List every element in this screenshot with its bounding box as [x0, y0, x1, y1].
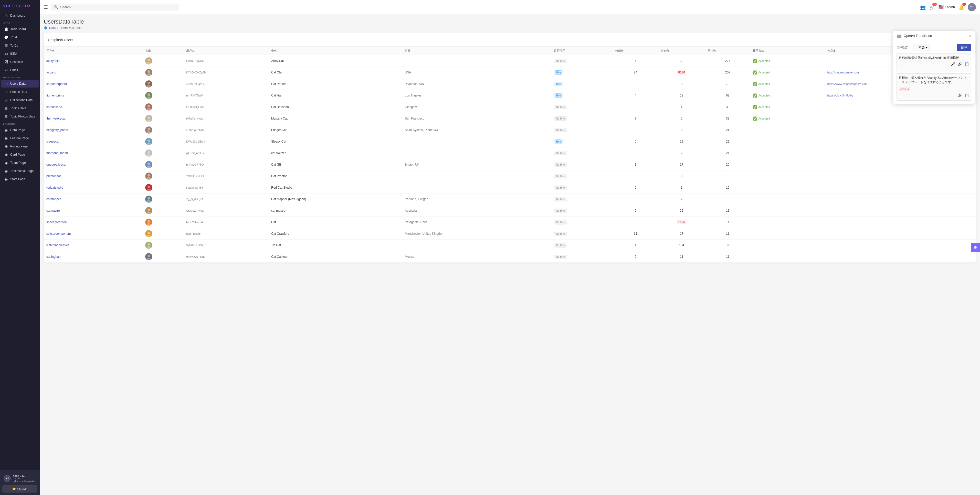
search-input-topbar[interactable]	[60, 5, 176, 9]
username-link[interactable]: prestoncat	[46, 174, 61, 178]
copy-icon-input[interactable]: 📋	[965, 62, 969, 66]
cell-likes: 0	[658, 170, 705, 182]
username-link[interactable]: morgana_moon	[46, 151, 68, 155]
section-label-landing: LANDING	[0, 121, 40, 126]
sidebar-item-ikea[interactable]: 🏷 IKEA	[1, 50, 39, 57]
table-title: Unsplash Users	[48, 38, 73, 42]
username-link[interactable]: figmentprints	[46, 94, 64, 97]
page-content: UsersDataTable 🔷 Data / UsersDataTable U…	[40, 14, 980, 495]
cart-button[interactable]: 🛒 33	[929, 4, 935, 10]
cell-userid: JCmn-ZOgsEQ	[184, 78, 269, 90]
output-tag-row: error ×	[899, 86, 969, 91]
cell-photos: 62	[705, 90, 750, 102]
sidebar-item-users-data[interactable]: ⊞ Users Data	[1, 80, 39, 87]
username-link[interactable]: catbassano	[46, 105, 62, 109]
cell-photos: 22	[705, 136, 750, 148]
username-link[interactable]: catmapper	[46, 197, 61, 201]
sidebar-item-team-page[interactable]: ◉ Team Page	[1, 159, 39, 167]
username-link[interactable]: catmastro	[46, 209, 60, 213]
cell-avatar	[143, 159, 184, 170]
sidebar-item-topic-photos-data[interactable]: ⊞ Topic Photos Data	[1, 113, 39, 120]
translation-input-area: 目标创造最优秀的vuetify3的Admin 开源模板 🎤 🔊 📋	[897, 54, 971, 71]
username-link[interactable]: spacegreentea	[46, 221, 67, 224]
cell-hire: Hire	[551, 67, 613, 78]
star-me-button[interactable]: ⭐ Star-Me	[3, 485, 37, 492]
avatar	[145, 161, 153, 168]
sidebar-item-chat[interactable]: 💬 Chat	[1, 33, 39, 41]
cell-portfolio	[825, 240, 976, 251]
cell-username: catbassano	[44, 102, 143, 113]
sidebar-item-testimonial-page[interactable]: ◉ Testimonial Page	[1, 167, 39, 175]
cell-userid: OB0jyGQF8J0	[184, 102, 269, 113]
volume-icon-input[interactable]: 🔊	[958, 62, 962, 66]
sidebar-item-email[interactable]: ✉ Email	[1, 66, 39, 74]
notification-button[interactable]: 🔔 2	[958, 4, 964, 10]
cell-hire: Hire	[551, 90, 613, 102]
cell-location: Manchester, United Kingdom	[402, 228, 551, 240]
translation-panel: 🤖 OpenAi Translation × 目标语言： 日本語 ▾ 翻译 目标…	[893, 31, 975, 104]
col-location: 位置	[402, 47, 551, 55]
menu-toggle-button[interactable]: ☰	[44, 4, 48, 10]
volume-icon-output[interactable]: 🔊	[958, 93, 962, 97]
username-link[interactable]: icatchingcreative	[46, 243, 69, 247]
cell-avatar	[143, 55, 184, 67]
cell-hire: No Hire	[551, 102, 613, 113]
sidebar-item-topics-data[interactable]: ⊞ Topics Data	[1, 105, 39, 112]
sidebar-item-dashboard[interactable]: ⊞ Dashboard	[1, 12, 39, 19]
contacts-button[interactable]: 👥	[920, 4, 926, 10]
cell-favorites: 0	[613, 217, 658, 228]
cell-photos: 11	[705, 205, 750, 217]
topbar-search-box[interactable]: 🔍	[51, 3, 179, 11]
lang-label: 目标语言：	[897, 46, 911, 49]
cell-favorites: 0	[613, 194, 658, 205]
sidebar-item-hero-page[interactable]: ◉ Hero Page	[1, 126, 39, 134]
table-row: figmentprints m--RIN76btMCat HanLos Ange…	[44, 90, 976, 102]
username-link[interactable]: sleepycat	[46, 140, 59, 143]
settings-icon: ⚙	[974, 245, 977, 250]
cell-avatar	[143, 148, 184, 159]
cell-username: themysterycat	[44, 113, 143, 124]
cell-userid: HaLnbdjuY5Y	[184, 182, 269, 194]
sidebar-item-pricing-page[interactable]: ◉ Pricing Page	[1, 143, 39, 150]
output-error-tag: error ×	[899, 87, 910, 91]
copy-icon-output[interactable]: 📋	[965, 93, 969, 97]
translation-close-button[interactable]: ×	[969, 33, 971, 38]
mic-icon[interactable]: 🎤	[951, 62, 955, 66]
user-avatar-topbar[interactable]: YJ	[968, 3, 976, 11]
lang-select[interactable]: 日本語 ▾	[913, 44, 930, 51]
username-link[interactable]: akatyanin	[46, 59, 59, 63]
sidebar-item-feature-page[interactable]: ◉ Feature Page	[1, 134, 39, 142]
sidebar-item-collections-data[interactable]: ⊞ Collections Data	[1, 96, 39, 104]
sidebar-item-stats-page[interactable]: ◉ Stats Page	[1, 175, 39, 183]
sidebar-item-photos-data[interactable]: ⊞ Photos Data	[1, 88, 39, 96]
table-row: catbassano OB0jyGQF8J0Cat BassanoGlasgow…	[44, 102, 976, 113]
svg-point-32	[148, 162, 150, 165]
username-link[interactable]: cattingham	[46, 255, 62, 259]
cell-portfolio	[825, 205, 976, 217]
cell-photos: 16	[705, 182, 750, 194]
cell-accepted	[750, 194, 824, 205]
sidebar-item-to-do[interactable]: ☰ To Do	[1, 42, 39, 49]
sidebar-item-card-page[interactable]: ◉ Card Page	[1, 151, 39, 159]
cell-accepted	[750, 136, 824, 148]
tag-close-button[interactable]: ×	[907, 88, 909, 90]
language-selector[interactable]: 🇺🇸 English	[939, 5, 955, 10]
avatar	[145, 219, 153, 226]
cell-username: catparkerphoto	[44, 78, 143, 90]
username-link[interactable]: nittygritty_photo	[46, 128, 68, 132]
username-link[interactable]: redcatstudio	[46, 186, 63, 189]
username-link[interactable]: themysterycat	[46, 117, 65, 120]
breadcrumb-data[interactable]: Data	[49, 26, 56, 30]
cell-hire: No Hire	[551, 159, 613, 170]
username-link[interactable]: onecreativecat	[46, 163, 66, 167]
cell-userid: n_HnsO7Y5Q	[184, 159, 269, 170]
translate-button[interactable]: 翻译	[957, 44, 971, 51]
cell-fullname: Cat Mapper (Max Ogden)	[269, 194, 402, 205]
sidebar-item-unsplash[interactable]: 🖼 Unsplash	[1, 58, 39, 66]
sidebar-item-task-board[interactable]: 📋 Task Board	[1, 25, 39, 33]
settings-fab-button[interactable]: ⚙	[971, 243, 980, 252]
username-link[interactable]: ascarid	[46, 71, 56, 74]
username-link[interactable]: selfcareemporium	[46, 232, 71, 235]
cell-userid: m--RIN76btM	[184, 90, 269, 102]
username-link[interactable]: catparkerphoto	[46, 82, 67, 86]
